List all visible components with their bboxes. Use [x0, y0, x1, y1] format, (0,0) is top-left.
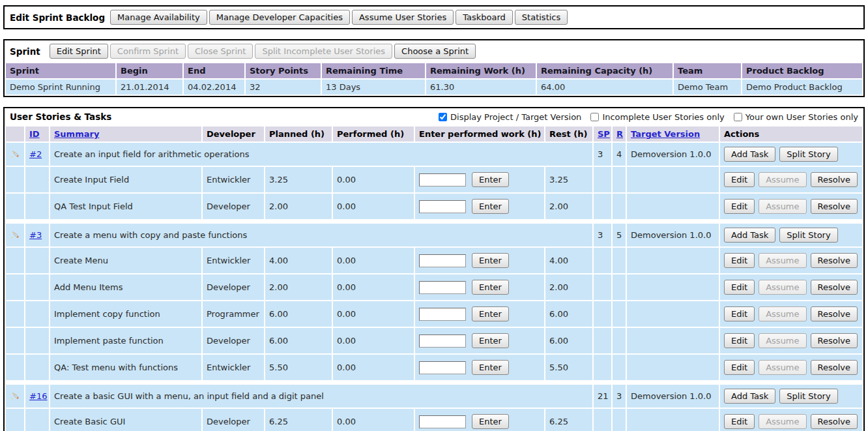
task-rest-hours: 4.00	[545, 247, 593, 274]
sort-link-r[interactable]: R	[616, 129, 623, 139]
task-developer: Developer	[202, 408, 265, 431]
sprint-value-sprint: Demo Sprint Running	[5, 79, 116, 95]
task-developer: Developer	[202, 274, 265, 301]
task-developer: Developer	[202, 193, 265, 220]
assume-button: Assume	[759, 306, 806, 321]
task-sp-cell	[593, 354, 612, 381]
edit-sprint-button[interactable]: Edit Sprint	[50, 44, 108, 59]
stories-col-sp: SP	[593, 126, 612, 142]
sprint-col-team: Team	[673, 63, 742, 79]
choose-a-sprint-button[interactable]: Choose a Sprint	[394, 44, 476, 59]
enter-work-button[interactable]: Enter	[472, 414, 509, 429]
sprint-panel: Sprint Edit SprintConfirm SprintClose Sp…	[3, 39, 865, 97]
filter-display-project-target-version[interactable]: Display Project / Target Version	[439, 112, 581, 122]
task-rank-cell	[612, 166, 626, 193]
edit-pencil-icon[interactable]	[10, 151, 20, 160]
performed-work-input[interactable]	[419, 361, 466, 374]
filter-incomplete-user-stories-only[interactable]: Incomplete User Stories only	[590, 112, 724, 122]
stories-section-title: User Stories & Tasks	[10, 111, 111, 122]
sprint-value-remaining-time: 13 Days	[321, 79, 426, 95]
assume-button: Assume	[759, 172, 806, 187]
task-rest-hours: 6.00	[545, 327, 593, 354]
resolve-button[interactable]: Resolve	[811, 333, 858, 348]
page-title: Edit Sprint Backlog	[10, 12, 105, 23]
statistics-button[interactable]: Statistics	[515, 10, 568, 25]
edit-button[interactable]: Edit	[724, 253, 755, 268]
performed-work-input[interactable]	[419, 308, 466, 321]
story-id-cell: #2	[25, 142, 50, 166]
performed-work-input[interactable]	[419, 281, 466, 294]
resolve-button[interactable]: Resolve	[811, 172, 858, 187]
edit-button[interactable]: Edit	[724, 360, 755, 375]
performed-work-input[interactable]	[419, 200, 466, 213]
story-id-link[interactable]: #16	[29, 391, 47, 401]
edit-button[interactable]: Edit	[724, 199, 755, 214]
edit-button[interactable]: Edit	[724, 414, 755, 429]
edit-pencil-icon[interactable]	[10, 231, 20, 241]
filter-checkbox-display-project-target-version[interactable]	[439, 113, 447, 121]
task-sp-cell	[593, 274, 612, 301]
edit-pencil-icon[interactable]	[10, 393, 20, 402]
task-target-version-cell	[626, 408, 719, 431]
task-rank-cell	[612, 408, 626, 431]
assume-button: Assume	[759, 253, 806, 268]
enter-work-button[interactable]: Enter	[472, 333, 509, 348]
user-stories-table: IDSummaryDeveloperPlanned (h)Performed (…	[5, 125, 863, 431]
sort-link-id[interactable]: ID	[29, 129, 40, 139]
add-task-button[interactable]: Add Task	[724, 228, 775, 243]
taskboard-button[interactable]: Taskboard	[456, 10, 513, 25]
filter-checkbox-your-own-user-stories-only[interactable]	[734, 113, 742, 121]
enter-work-button[interactable]: Enter	[472, 199, 509, 214]
task-planned-hours: 3.25	[265, 166, 332, 193]
filter-checkbox-incomplete-user-stories-only[interactable]	[590, 113, 599, 121]
sprint-value-remaining-capacity-h: 64.00	[536, 79, 673, 95]
task-target-version-cell	[626, 354, 719, 381]
story-id-link[interactable]: #2	[29, 149, 42, 159]
add-task-button[interactable]: Add Task	[724, 147, 775, 162]
resolve-button[interactable]: Resolve	[811, 199, 858, 214]
task-sp-cell	[593, 247, 612, 274]
sort-link-summary[interactable]: Summary	[54, 129, 99, 139]
task-sp-cell	[593, 327, 612, 354]
split-story-button[interactable]: Split Story	[779, 389, 837, 404]
assume-user-stories-button[interactable]: Assume User Stories	[352, 10, 454, 25]
enter-work-button[interactable]: Enter	[472, 253, 509, 268]
performed-work-input[interactable]	[419, 415, 466, 428]
task-id-cell	[25, 408, 50, 431]
performed-work-input[interactable]	[419, 254, 466, 267]
task-target-version-cell	[626, 166, 719, 193]
edit-button[interactable]: Edit	[724, 280, 755, 295]
enter-work-button[interactable]: Enter	[472, 172, 509, 187]
task-enter-work-cell: Enter	[414, 327, 545, 354]
stories-col-summary: Summary	[50, 126, 202, 142]
enter-work-button[interactable]: Enter	[472, 280, 509, 295]
performed-work-input[interactable]	[419, 173, 466, 186]
manage-availability-button[interactable]: Manage Availability	[110, 10, 207, 25]
edit-sprint-backlog-panel: Edit Sprint Backlog Manage AvailabilityM…	[3, 5, 865, 29]
task-rest-hours: 5.50	[545, 354, 593, 381]
resolve-button[interactable]: Resolve	[811, 414, 858, 429]
resolve-button[interactable]: Resolve	[811, 280, 858, 295]
split-story-button[interactable]: Split Story	[779, 147, 837, 162]
performed-work-input[interactable]	[419, 334, 466, 348]
task-rank-cell	[612, 247, 626, 274]
story-id-link[interactable]: #3	[29, 230, 42, 240]
assume-button: Assume	[759, 333, 806, 348]
resolve-button[interactable]: Resolve	[811, 360, 858, 375]
confirm-sprint-button: Confirm Sprint	[110, 44, 186, 59]
manage-developer-capacities-button[interactable]: Manage Developer Capacities	[209, 10, 350, 25]
enter-work-button[interactable]: Enter	[472, 306, 509, 321]
enter-work-button[interactable]: Enter	[472, 360, 509, 375]
stories-col-r: R	[612, 126, 626, 142]
edit-button[interactable]: Edit	[724, 306, 755, 321]
split-story-button[interactable]: Split Story	[779, 228, 837, 243]
add-task-button[interactable]: Add Task	[724, 389, 775, 404]
sort-link-target-version[interactable]: Target Version	[631, 129, 700, 139]
resolve-button[interactable]: Resolve	[811, 306, 858, 321]
edit-button[interactable]: Edit	[724, 172, 755, 187]
filter-your-own-user-stories-only[interactable]: Your own User Stories only	[734, 112, 858, 122]
sort-link-sp[interactable]: SP	[598, 129, 610, 139]
resolve-button[interactable]: Resolve	[811, 253, 858, 268]
edit-button[interactable]: Edit	[724, 333, 755, 348]
story-edit-cell	[5, 142, 25, 166]
